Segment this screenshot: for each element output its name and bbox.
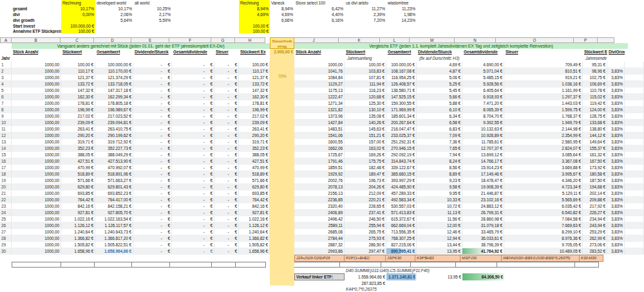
cell-O16[interactable]: 3.367,08 € [504, 158, 583, 164]
cell-J15[interactable]: 1725,67 [294, 152, 345, 158]
cell-F17[interactable]: -€ [172, 165, 214, 170]
cell-B30[interactable]: 1000,00 [12, 248, 61, 254]
cell-O1[interactable]: 709,49 € [504, 62, 583, 68]
cell-K24[interactable]: 237,41 € [345, 210, 386, 215]
cell-C20[interactable]: 629,80 € [61, 184, 95, 190]
empty-bordered-H[interactable] [235, 262, 266, 268]
cell-K10[interactable]: 140,26 € [345, 120, 386, 125]
cell-J10[interactable]: 1427,84 [294, 120, 345, 125]
cell-M29[interactable]: 13,44 € [417, 242, 462, 248]
cell-G8[interactable]: -€ [214, 107, 239, 113]
cell-H29[interactable]: 1.505,82 € [239, 242, 270, 248]
cell-M18[interactable]: 8,89 € [417, 171, 462, 177]
cell-B29[interactable]: 1000,00 [12, 242, 61, 248]
top-cell-L4[interactable]: 14,23% [386, 17, 417, 23]
cell-D26[interactable]: 1.126.117,57 € [95, 223, 133, 228]
cell-M1[interactable]: 4,69 € [417, 62, 462, 68]
sum-formula-cell[interactable]: D40-SUMME(G11:G40)-C5-SUMME(F11:F40) [346, 268, 430, 273]
cell-C2[interactable]: 110,17 € [61, 68, 95, 74]
teilfreistellung-value[interactable]: 70% [270, 73, 294, 80]
cell-Q12[interactable]: 3,83% [607, 132, 625, 138]
empty-bordered-P[interactable] [574, 262, 599, 268]
cell-Q13[interactable]: 3,83% [607, 139, 625, 145]
cell-J25[interactable]: 2496,42 [294, 216, 345, 222]
cell-A11[interactable]: 11 [0, 126, 12, 132]
cell-J3[interactable]: 1084,84 [294, 75, 345, 80]
cell-L26[interactable]: 662.669,04 € [386, 223, 417, 228]
cell-O26[interactable]: 7.669,63 € [504, 223, 583, 228]
cell-O15[interactable]: 3.085,64 € [504, 152, 583, 158]
top-cell-J2[interactable]: 6,42% [294, 6, 345, 12]
cell-O2[interactable]: 810,51 € [504, 68, 583, 74]
cell-C15[interactable]: 388,05 € [61, 152, 95, 158]
cell-F29[interactable]: -€ [172, 242, 214, 248]
cell-K5[interactable]: 116,23 € [345, 87, 386, 93]
cell-F30[interactable]: -€ [172, 248, 214, 254]
cell-N13[interactable]: 11.785,61 € [462, 139, 504, 145]
cell-H3[interactable]: 121,37 € [239, 75, 270, 80]
cell-P14[interactable]: 155,37 € [583, 145, 607, 151]
cell-G18[interactable]: -€ [214, 171, 239, 177]
cell-B16[interactable]: 1000,00 [12, 158, 61, 164]
cell-K20[interactable]: 204,26 € [345, 184, 386, 190]
cell-M8[interactable]: 6,10 € [417, 107, 462, 113]
cell-N15[interactable]: 13.699,12 € [462, 152, 504, 158]
cell-Q27[interactable]: 3,83% [607, 229, 625, 235]
cell-P7[interactable]: 119,42 € [583, 100, 607, 106]
cell-O21[interactable]: 5.129,11 € [504, 190, 583, 196]
cell-Q11[interactable]: 3,83% [607, 126, 625, 132]
col-letter-B[interactable]: B [11, 37, 61, 43]
cell-Q7[interactable]: 3,83% [607, 100, 625, 106]
cell-E13[interactable]: -€ [133, 139, 172, 145]
cell-G15[interactable]: -€ [214, 152, 239, 158]
cell-P19[interactable]: 187,50 € [583, 178, 607, 183]
empty-bordered-E[interactable] [131, 262, 170, 268]
cell-O7[interactable]: 1.443,03 € [504, 100, 583, 106]
cell-Q8[interactable]: 3,83% [607, 107, 625, 113]
cell-K28[interactable]: 275,93 € [345, 235, 386, 241]
cell-N6[interactable]: 6.918,93 € [462, 94, 504, 100]
top-label-4[interactable]: divi growth [12, 17, 61, 23]
cell-L30[interactable]: 890.595,41 € [386, 248, 417, 254]
cell-P22[interactable]: 209,88 € [583, 197, 607, 203]
cell-L17[interactable]: 339.122,67 € [386, 165, 417, 170]
cell-E22[interactable]: -€ [133, 197, 172, 203]
cell-D5[interactable]: 147.317,18 € [95, 87, 133, 93]
cell-H9[interactable]: 217,02 € [239, 113, 270, 119]
cell-L10[interactable]: 200.267,64 € [386, 120, 417, 125]
cell-E16[interactable]: -€ [133, 158, 172, 164]
cell-G27[interactable]: -€ [214, 229, 239, 235]
cell-N12[interactable]: 10.928,89 € [462, 132, 504, 138]
cell-E21[interactable]: -€ [133, 190, 172, 196]
cell-K8[interactable]: 130,10 € [345, 107, 386, 113]
cell-B15[interactable]: 1000,00 [12, 152, 61, 158]
cell-K27[interactable]: 265,75 € [345, 229, 386, 235]
top-cell-H5[interactable]: 100,00 € [239, 23, 270, 28]
cell-B22[interactable]: 1000,00 [12, 197, 61, 203]
cell-C16[interactable]: 427,51 € [61, 158, 95, 164]
cell-J27[interactable]: 2685,08 [294, 229, 345, 235]
cell-Q18[interactable]: 3,83% [607, 171, 625, 177]
cell-P8[interactable]: 124,00 € [583, 107, 607, 113]
cell-Q29[interactable]: 3,83% [607, 242, 625, 248]
cell-J30[interactable]: 2993,86 [294, 248, 345, 254]
cell-F15[interactable]: -€ [172, 152, 214, 158]
cell-P17[interactable]: 173,92 € [583, 165, 607, 170]
cell-A6[interactable]: 6 [0, 94, 12, 100]
cell-G28[interactable]: -€ [214, 235, 239, 241]
cell-A19[interactable]: 19 [0, 178, 12, 183]
cell-P13[interactable]: 149,64 € [583, 139, 607, 145]
cell-C3[interactable]: 121,37 € [61, 75, 95, 80]
top-cell-E2[interactable]: 10,25% [133, 6, 172, 12]
col-letter-q[interactable] [597, 37, 614, 43]
cell-G9[interactable]: -€ [214, 113, 239, 119]
right-header-7[interactable]: DiviGrowth [607, 49, 625, 55]
top-cell-D4[interactable]: 5,64% [95, 17, 133, 23]
cell-F26[interactable]: -€ [172, 223, 214, 228]
cell-O13[interactable]: 2.580,95 € [504, 139, 583, 145]
cell-P11[interactable]: 138,80 € [583, 126, 607, 132]
cell-P24[interactable]: 226,27 € [583, 210, 607, 215]
top-cell-K3[interactable]: 2,39% [345, 12, 386, 17]
cell-L4[interactable]: 126.408,57 € [386, 81, 417, 87]
cell-N11[interactable]: 10.132,63 € [462, 126, 504, 132]
